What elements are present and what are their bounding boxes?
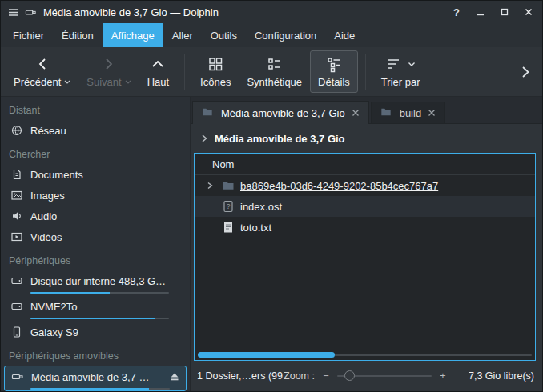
capacity-bar	[30, 318, 169, 319]
maximize-button[interactable]	[497, 5, 512, 19]
unknown-file-icon: ?	[222, 200, 235, 213]
sort-icon	[385, 55, 403, 73]
video-icon	[10, 230, 23, 243]
icons-view-icon	[207, 55, 224, 73]
forward-button[interactable]: Suivant	[78, 50, 139, 93]
file-row-toto-txt[interactable]: toto.txt	[195, 217, 535, 238]
section-header-peripheriques: Périphériques	[1, 247, 190, 270]
file-name: index.ost	[240, 201, 282, 213]
menu-aide[interactable]: Aide	[325, 23, 364, 47]
close-button[interactable]	[521, 5, 536, 19]
sidebar-item-label: Média amovible de 3,7 …	[31, 371, 149, 383]
sidebar-item-label: NVME2To	[30, 301, 78, 313]
zoom-out-icon[interactable]: −	[321, 370, 331, 382]
icons-view-button[interactable]: Icônes	[192, 50, 239, 93]
chevron-right-icon	[517, 63, 534, 81]
network-icon	[10, 124, 23, 137]
folder-icon	[380, 106, 393, 119]
sidebar-item-label: Images	[30, 190, 65, 202]
menu-icon[interactable]	[7, 6, 19, 18]
details-view-icon	[325, 55, 343, 73]
sidebar-item-galaxy-s9[interactable]: Galaxy S9	[1, 322, 190, 342]
capacity-bar	[30, 292, 169, 294]
menu-affichage[interactable]: Affichage	[103, 23, 163, 47]
capacity-bar	[30, 388, 170, 390]
slider-handle[interactable]	[344, 370, 355, 381]
menu-fichier[interactable]: Fichier	[4, 23, 53, 47]
statusbar: 1 Dossier,…ers (99 o) Zoom : − + 7,3 Gio…	[191, 361, 542, 391]
toolbar-separator	[184, 54, 185, 90]
chevron-down-icon	[408, 62, 416, 67]
details-view-button[interactable]: Détails	[310, 50, 358, 93]
menu-aller[interactable]: Aller	[163, 23, 202, 47]
zoom-label: Zoom :	[284, 370, 315, 382]
sidebar-item-audio[interactable]: Audio	[1, 206, 190, 226]
scrollbar-thumb[interactable]	[198, 352, 335, 358]
file-row-index-ost[interactable]: ? index.ost	[195, 196, 535, 217]
chevron-right-icon[interactable]	[200, 134, 208, 143]
sort-by-button[interactable]: Trier par	[373, 50, 428, 93]
menu-edition[interactable]: Édition	[53, 23, 103, 47]
folder-icon	[202, 106, 215, 119]
file-row-folder[interactable]: ba869e4b-03d6-4249-9202-85b4cec767a7	[195, 175, 535, 196]
expand-icon[interactable]	[203, 179, 216, 192]
tab-media-amovible[interactable]: Média amovible de 3,7 Gio	[192, 101, 369, 124]
tab-label: Média amovible de 3,7 Gio	[221, 107, 345, 119]
menu-configuration[interactable]: Configuration	[246, 23, 325, 47]
up-button[interactable]: Haut	[139, 50, 177, 93]
text-file-icon	[222, 221, 235, 234]
sidebar-item-documents[interactable]: Documents	[1, 164, 190, 185]
sidebar-item-images[interactable]: Images	[1, 185, 190, 206]
folder-icon	[222, 179, 235, 192]
zoom-in-icon[interactable]: +	[438, 370, 448, 382]
window-title: Média amovible de 3,7 Gio — Dolphin	[43, 6, 219, 18]
zoom-slider[interactable]	[337, 370, 432, 382]
sidebar-item-videos[interactable]: Vidéos	[1, 226, 190, 247]
sidebar-item-media-amovible[interactable]: Média amovible de 3,7 …	[4, 366, 187, 391]
places-panel: Distant Réseau Chercher Documents	[1, 97, 191, 391]
forward-label: Suivant	[86, 76, 121, 88]
usb-drive-icon	[11, 370, 24, 383]
file-name: ba869e4b-03d6-4249-9202-85b4cec767a7	[240, 180, 438, 192]
tab-build[interactable]: build	[371, 102, 445, 123]
sidebar-item-reseau[interactable]: Réseau	[1, 120, 190, 141]
sidebar-item-label: Galaxy S9	[30, 326, 78, 338]
horizontal-scrollbar[interactable]	[198, 352, 532, 358]
sidebar-item-label: Réseau	[30, 125, 66, 137]
sidebar-item-label: Vidéos	[30, 231, 62, 243]
tab-close-icon[interactable]	[428, 109, 436, 117]
window-controls: ?	[449, 5, 536, 19]
toolbar: Précédent Suivant Haut Icônes	[1, 47, 542, 97]
sidebar-item-label: Audio	[30, 210, 57, 222]
section-header-amovibles: Périphériques amovibles	[1, 342, 190, 366]
sidebar-item-disque-dur[interactable]: Disque dur interne 488,3 G…	[1, 270, 190, 296]
compact-view-icon	[266, 55, 284, 73]
icons-view-label: Icônes	[200, 76, 231, 88]
main-area: Média amovible de 3,7 Gio build	[191, 97, 542, 391]
back-label: Précédent	[14, 76, 61, 88]
menu-outils[interactable]: Outils	[202, 23, 246, 47]
compact-view-button[interactable]: Synthétique	[239, 50, 310, 93]
dolphin-window: Média amovible de 3,7 Gio — Dolphin ? Fi…	[0, 0, 543, 392]
eject-icon[interactable]	[168, 370, 181, 383]
breadcrumb-current[interactable]: Média amovible de 3,7 Gio	[215, 133, 345, 145]
compact-view-label: Synthétique	[247, 76, 302, 88]
minimize-button[interactable]	[473, 5, 488, 19]
toolbar-overflow-button[interactable]	[513, 63, 537, 81]
menubar: Fichier Édition Affichage Aller Outils C…	[1, 23, 542, 47]
tab-close-icon[interactable]	[352, 109, 360, 117]
help-button[interactable]: ?	[449, 5, 464, 19]
tab-bar: Média amovible de 3,7 Gio build	[191, 97, 542, 124]
section-header-chercher: Chercher	[1, 141, 190, 164]
forward-icon	[100, 55, 118, 73]
back-button[interactable]: Précédent	[6, 50, 78, 93]
sidebar-item-label: Disque dur interne 488,3 G…	[30, 275, 166, 287]
chevron-down-icon	[64, 80, 70, 84]
details-view-label: Détails	[318, 76, 350, 88]
image-icon	[10, 189, 23, 202]
free-space: 7,3 Gio libre(s)	[448, 370, 534, 382]
column-header-nom[interactable]: Nom	[195, 154, 535, 175]
back-icon	[34, 55, 51, 73]
sidebar-item-nvme2to[interactable]: NVME2To	[1, 296, 190, 322]
tab-label: build	[400, 107, 421, 119]
